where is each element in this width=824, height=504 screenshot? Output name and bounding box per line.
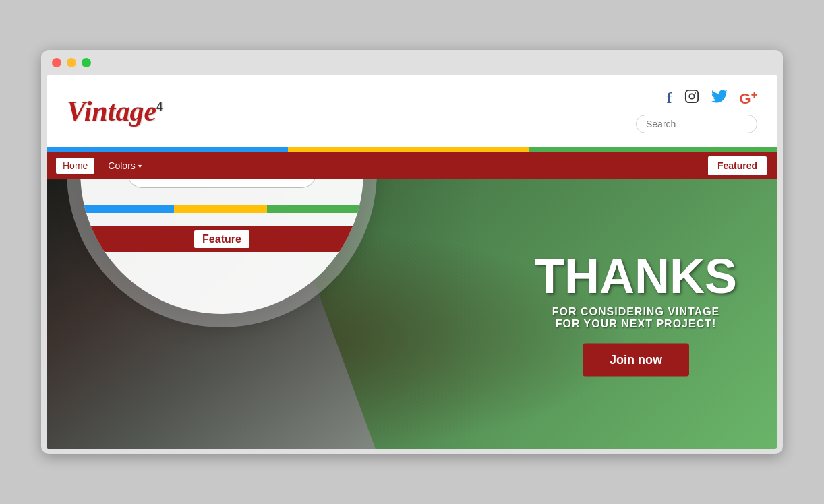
minimize-button[interactable] — [67, 58, 76, 67]
maximize-button[interactable] — [82, 58, 91, 67]
facebook-icon[interactable]: f — [667, 89, 672, 107]
join-now-button[interactable]: Join now — [583, 344, 689, 377]
hero-section: f G+ — [47, 179, 777, 449]
magnifier-featured-button[interactable]: Feature — [194, 230, 249, 248]
window-frame: Vintage4 f — [41, 50, 783, 454]
magnifier-color-stripe — [80, 205, 363, 213]
browser-content: Vintage4 f — [47, 75, 777, 449]
hero-title: THANKS — [535, 252, 737, 301]
magnifier-nav-bar: Feature — [80, 226, 363, 252]
site-header: Vintage4 f — [47, 75, 777, 147]
magnifier-search-wrap — [127, 179, 316, 188]
nav-colors[interactable]: Colors ▾ — [97, 154, 152, 178]
window-titlebar — [41, 50, 783, 75]
svg-point-2 — [695, 92, 696, 94]
instagram-icon[interactable] — [684, 89, 699, 108]
color-stripe — [47, 147, 777, 152]
nav-home[interactable]: Home — [56, 158, 94, 174]
logo-text: Vintage — [67, 96, 156, 127]
featured-button[interactable]: Featured — [708, 156, 767, 175]
dropdown-arrow-icon: ▾ — [138, 162, 142, 170]
header-search-input[interactable] — [636, 115, 757, 133]
googleplus-icon[interactable]: G+ — [740, 89, 757, 108]
magnifier-search-input[interactable] — [127, 179, 316, 188]
site-logo: Vintage4 — [67, 95, 163, 127]
close-button[interactable] — [52, 58, 61, 67]
social-icons: f G+ — [667, 89, 757, 108]
logo-superscript: 4 — [156, 100, 163, 113]
hero-subtitle: FOR CONSIDERING VINTAGE FOR YOUR NEXT PR… — [535, 306, 737, 330]
svg-rect-0 — [685, 90, 697, 102]
twitter-icon[interactable] — [711, 89, 728, 108]
hero-text: THANKS FOR CONSIDERING VINTAGE FOR YOUR … — [535, 252, 737, 377]
svg-point-1 — [689, 94, 694, 98]
header-right: f G+ — [636, 89, 757, 133]
nav-links: Home Colors ▾ — [53, 154, 152, 178]
nav-bar: Home Colors ▾ Featured — [47, 152, 777, 179]
